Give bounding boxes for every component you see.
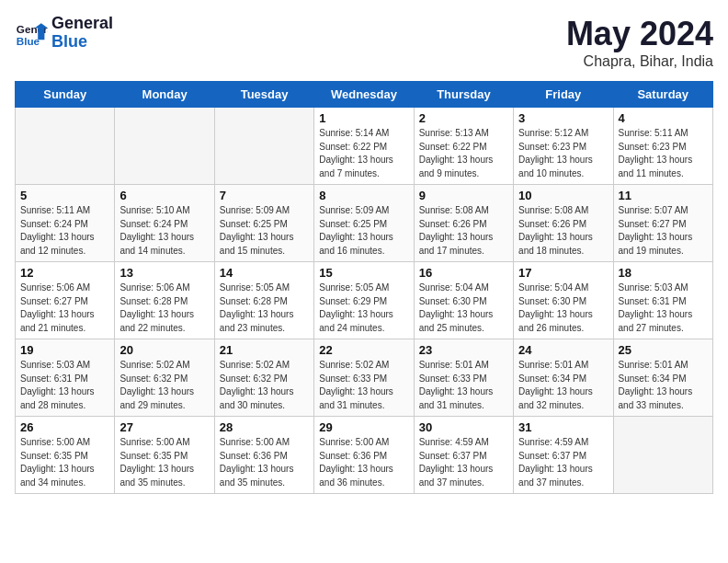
- calendar-cell: 23Sunrise: 5:01 AMSunset: 6:33 PMDayligh…: [414, 339, 513, 417]
- day-info: Sunrise: 5:03 AMSunset: 6:31 PMDaylight:…: [20, 359, 109, 412]
- day-number: 3: [518, 111, 608, 125]
- day-info: Sunrise: 5:14 AMSunset: 6:22 PMDaylight:…: [319, 127, 408, 180]
- calendar-cell: 4Sunrise: 5:11 AMSunset: 6:23 PMDaylight…: [613, 108, 712, 185]
- day-number: 1: [319, 111, 408, 125]
- day-info: Sunrise: 5:09 AMSunset: 6:25 PMDaylight:…: [319, 204, 408, 258]
- day-number: 13: [119, 266, 209, 280]
- calendar-week-row: 19Sunrise: 5:03 AMSunset: 6:31 PMDayligh…: [16, 339, 713, 417]
- page-header: General Blue General Blue May 2024 Chapr…: [15, 15, 713, 70]
- calendar-cell: 18Sunrise: 5:03 AMSunset: 6:31 PMDayligh…: [613, 262, 712, 339]
- day-info: Sunrise: 5:07 AMSunset: 6:27 PMDaylight:…: [619, 204, 708, 258]
- calendar-cell: 11Sunrise: 5:07 AMSunset: 6:27 PMDayligh…: [613, 185, 712, 262]
- day-info: Sunrise: 5:00 AMSunset: 6:36 PMDaylight:…: [220, 436, 309, 489]
- day-number: 17: [518, 266, 608, 280]
- day-number: 29: [319, 420, 408, 434]
- day-number: 10: [518, 189, 608, 202]
- day-info: Sunrise: 5:02 AMSunset: 6:33 PMDaylight:…: [319, 359, 408, 412]
- day-number: 9: [419, 189, 508, 202]
- day-number: 20: [119, 343, 209, 357]
- calendar-cell: 22Sunrise: 5:02 AMSunset: 6:33 PMDayligh…: [314, 339, 414, 417]
- day-number: 5: [20, 189, 109, 202]
- calendar-cell: 24Sunrise: 5:01 AMSunset: 6:34 PMDayligh…: [514, 339, 613, 417]
- day-info: Sunrise: 5:00 AMSunset: 6:36 PMDaylight:…: [319, 436, 408, 489]
- calendar-table: SundayMondayTuesdayWednesdayThursdayFrid…: [15, 81, 713, 494]
- day-header-sunday: Sunday: [16, 82, 115, 108]
- calendar-cell: 25Sunrise: 5:01 AMSunset: 6:34 PMDayligh…: [613, 339, 712, 417]
- day-number: 19: [20, 343, 109, 357]
- day-header-friday: Friday: [514, 82, 613, 108]
- day-header-saturday: Saturday: [613, 82, 712, 108]
- calendar-week-row: 26Sunrise: 5:00 AMSunset: 6:35 PMDayligh…: [16, 417, 713, 494]
- logo-icon: General Blue: [15, 17, 48, 50]
- day-info: Sunrise: 5:01 AMSunset: 6:34 PMDaylight:…: [619, 359, 708, 412]
- logo-text-general: General: [51, 15, 113, 33]
- day-number: 6: [119, 189, 209, 202]
- logo: General Blue General Blue: [15, 15, 113, 52]
- svg-text:Blue: Blue: [17, 34, 40, 46]
- day-info: Sunrise: 5:03 AMSunset: 6:31 PMDaylight:…: [619, 282, 708, 335]
- day-header-monday: Monday: [115, 82, 214, 108]
- day-info: Sunrise: 5:00 AMSunset: 6:35 PMDaylight:…: [119, 436, 209, 489]
- calendar-cell: 31Sunrise: 4:59 AMSunset: 6:37 PMDayligh…: [514, 417, 613, 494]
- day-number: 7: [220, 189, 309, 202]
- calendar-cell: 10Sunrise: 5:08 AMSunset: 6:26 PMDayligh…: [514, 185, 613, 262]
- day-number: 2: [419, 111, 508, 125]
- calendar-week-row: 5Sunrise: 5:11 AMSunset: 6:24 PMDaylight…: [16, 185, 713, 262]
- calendar-cell: 7Sunrise: 5:09 AMSunset: 6:25 PMDaylight…: [214, 185, 313, 262]
- calendar-cell: 5Sunrise: 5:11 AMSunset: 6:24 PMDaylight…: [16, 185, 115, 262]
- calendar-cell: 13Sunrise: 5:06 AMSunset: 6:28 PMDayligh…: [115, 262, 214, 339]
- day-number: 21: [220, 343, 309, 357]
- day-number: 11: [619, 189, 708, 202]
- day-info: Sunrise: 5:09 AMSunset: 6:25 PMDaylight:…: [220, 204, 309, 258]
- day-number: 30: [419, 420, 508, 434]
- calendar-cell: 14Sunrise: 5:05 AMSunset: 6:28 PMDayligh…: [214, 262, 313, 339]
- day-number: 16: [419, 266, 508, 280]
- calendar-week-row: 12Sunrise: 5:06 AMSunset: 6:27 PMDayligh…: [16, 262, 713, 339]
- calendar-cell: 19Sunrise: 5:03 AMSunset: 6:31 PMDayligh…: [16, 339, 115, 417]
- calendar-cell: 8Sunrise: 5:09 AMSunset: 6:25 PMDaylight…: [314, 185, 414, 262]
- day-info: Sunrise: 5:10 AMSunset: 6:24 PMDaylight:…: [119, 204, 209, 258]
- day-info: Sunrise: 5:08 AMSunset: 6:26 PMDaylight:…: [419, 204, 508, 258]
- calendar-cell: [214, 108, 313, 185]
- day-info: Sunrise: 5:11 AMSunset: 6:24 PMDaylight:…: [20, 204, 109, 258]
- day-number: 4: [619, 111, 708, 125]
- calendar-cell: 1Sunrise: 5:14 AMSunset: 6:22 PMDaylight…: [314, 108, 414, 185]
- day-header-tuesday: Tuesday: [214, 82, 313, 108]
- calendar-cell: [115, 108, 214, 185]
- calendar-week-row: 1Sunrise: 5:14 AMSunset: 6:22 PMDaylight…: [16, 108, 713, 185]
- day-info: Sunrise: 5:01 AMSunset: 6:34 PMDaylight:…: [518, 359, 608, 412]
- day-info: Sunrise: 5:11 AMSunset: 6:23 PMDaylight:…: [619, 127, 708, 180]
- day-number: 24: [518, 343, 608, 357]
- calendar-header-row: SundayMondayTuesdayWednesdayThursdayFrid…: [16, 82, 713, 108]
- day-info: Sunrise: 5:06 AMSunset: 6:28 PMDaylight:…: [119, 282, 209, 335]
- day-number: 27: [119, 420, 209, 434]
- day-number: 18: [619, 266, 708, 280]
- day-info: Sunrise: 5:02 AMSunset: 6:32 PMDaylight:…: [220, 359, 309, 412]
- title-block: May 2024 Chapra, Bihar, India: [566, 15, 713, 70]
- day-number: 22: [319, 343, 408, 357]
- day-number: 12: [20, 266, 109, 280]
- calendar-cell: 27Sunrise: 5:00 AMSunset: 6:35 PMDayligh…: [115, 417, 214, 494]
- day-info: Sunrise: 5:08 AMSunset: 6:26 PMDaylight:…: [518, 204, 608, 258]
- day-info: Sunrise: 5:04 AMSunset: 6:30 PMDaylight:…: [518, 282, 608, 335]
- day-info: Sunrise: 5:12 AMSunset: 6:23 PMDaylight:…: [518, 127, 608, 180]
- day-number: 28: [220, 420, 309, 434]
- month-title: May 2024: [566, 15, 713, 53]
- calendar-cell: 30Sunrise: 4:59 AMSunset: 6:37 PMDayligh…: [414, 417, 513, 494]
- calendar-cell: [16, 108, 115, 185]
- logo-text-blue: Blue: [51, 33, 113, 52]
- day-number: 8: [319, 189, 408, 202]
- calendar-cell: 3Sunrise: 5:12 AMSunset: 6:23 PMDaylight…: [514, 108, 613, 185]
- day-info: Sunrise: 4:59 AMSunset: 6:37 PMDaylight:…: [518, 436, 608, 489]
- calendar-cell: 9Sunrise: 5:08 AMSunset: 6:26 PMDaylight…: [414, 185, 513, 262]
- day-info: Sunrise: 5:00 AMSunset: 6:35 PMDaylight:…: [20, 436, 109, 489]
- day-number: 14: [220, 266, 309, 280]
- day-number: 23: [419, 343, 508, 357]
- day-info: Sunrise: 5:06 AMSunset: 6:27 PMDaylight:…: [20, 282, 109, 335]
- day-number: 31: [518, 420, 608, 434]
- calendar-cell: 2Sunrise: 5:13 AMSunset: 6:22 PMDaylight…: [414, 108, 513, 185]
- calendar-cell: 28Sunrise: 5:00 AMSunset: 6:36 PMDayligh…: [214, 417, 313, 494]
- day-info: Sunrise: 5:02 AMSunset: 6:32 PMDaylight:…: [119, 359, 209, 412]
- calendar-cell: 20Sunrise: 5:02 AMSunset: 6:32 PMDayligh…: [115, 339, 214, 417]
- day-number: 26: [20, 420, 109, 434]
